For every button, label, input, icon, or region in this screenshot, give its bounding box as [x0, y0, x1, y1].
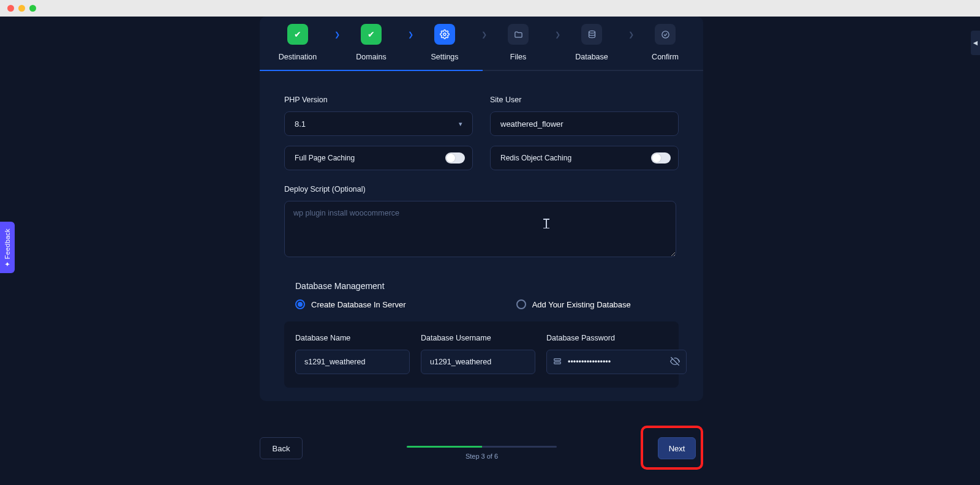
wizard-progress: Step 3 of 6: [407, 446, 557, 460]
wizard-stepper: ✔ Destination ❯ ✔ Domains ❯ Settings ❯ F…: [260, 17, 703, 61]
check-icon: ✔: [287, 24, 308, 45]
db-user-label: Database Username: [421, 334, 535, 342]
step-domains[interactable]: ✔ Domains: [334, 24, 408, 61]
svg-point-1: [589, 31, 595, 33]
generate-password-icon[interactable]: [553, 357, 562, 367]
window-minimize-dot[interactable]: [18, 5, 25, 12]
radio-icon: [516, 299, 526, 309]
full-page-caching-toggle[interactable]: [445, 152, 465, 164]
deploy-script-label: Deploy Script (Optional): [284, 185, 679, 194]
site-user-label: Site User: [490, 96, 679, 104]
redis-caching-label: Redis Object Caching: [500, 154, 571, 162]
db-mgmt-title: Database Management: [295, 281, 679, 291]
redis-caching-toggle[interactable]: [651, 152, 671, 164]
gear-icon: [434, 24, 455, 45]
next-button[interactable]: Next: [658, 437, 696, 459]
step-confirm[interactable]: Confirm: [628, 24, 702, 61]
php-version-label: PHP Version: [284, 96, 473, 104]
step-files[interactable]: Files: [481, 24, 555, 61]
db-password-label: Database Password: [546, 334, 687, 342]
database-icon: [581, 24, 602, 45]
db-user-input[interactable]: [421, 350, 535, 374]
svg-point-2: [662, 31, 668, 37]
folder-icon: [508, 24, 529, 45]
back-button[interactable]: Back: [260, 437, 303, 459]
full-page-caching-row: Full Page Caching: [284, 146, 473, 170]
feedback-tab[interactable]: ✦ Feedback: [0, 222, 15, 273]
site-user-input[interactable]: [490, 111, 679, 136]
eye-off-icon[interactable]: [670, 356, 680, 368]
svg-rect-4: [554, 362, 561, 364]
radio-create-db[interactable]: Create Database In Server: [295, 299, 406, 309]
window-maximize-dot[interactable]: [29, 5, 36, 12]
right-drawer-toggle[interactable]: ◄: [971, 31, 980, 55]
db-name-label: Database Name: [295, 334, 410, 342]
deploy-script-textarea[interactable]: [284, 201, 676, 257]
wizard-footer: Back Step 3 of 6 Next: [260, 425, 703, 468]
chevron-down-icon: ▾: [459, 120, 462, 128]
progress-text: Step 3 of 6: [407, 453, 557, 460]
stepper-underline: [260, 70, 703, 71]
confirm-icon: [655, 24, 676, 45]
mac-titlebar: [0, 0, 980, 17]
wizard-panel: ✔ Destination ❯ ✔ Domains ❯ Settings ❯ F…: [260, 17, 703, 401]
svg-rect-3: [554, 358, 561, 360]
php-version-value: 8.1: [295, 119, 306, 129]
svg-point-0: [443, 33, 446, 36]
radio-existing-db-label: Add Your Existing Database: [532, 300, 631, 309]
radio-create-db-label: Create Database In Server: [311, 300, 406, 309]
radio-icon: [295, 299, 305, 309]
db-name-input[interactable]: [295, 350, 410, 374]
feedback-label: ✦ Feedback: [4, 228, 12, 266]
radio-existing-db[interactable]: Add Your Existing Database: [516, 299, 631, 309]
full-page-caching-label: Full Page Caching: [295, 154, 355, 162]
db-credentials-box: Database Name Database Username Database…: [284, 321, 679, 388]
chevron-left-icon: ◄: [972, 39, 979, 47]
step-database[interactable]: Database: [555, 24, 628, 61]
step-settings[interactable]: Settings: [408, 24, 481, 61]
check-icon: ✔: [361, 24, 382, 45]
php-version-select[interactable]: 8.1 ▾: [284, 111, 473, 136]
window-close-dot[interactable]: [7, 5, 14, 12]
db-password-input[interactable]: [568, 358, 664, 366]
step-destination[interactable]: ✔ Destination: [261, 24, 334, 61]
redis-caching-row: Redis Object Caching: [490, 146, 679, 170]
